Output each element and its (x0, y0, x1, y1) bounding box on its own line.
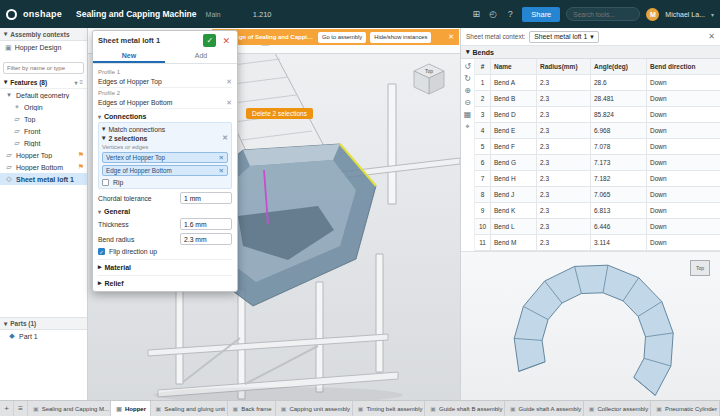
material-section[interactable]: ▸ Material (98, 259, 232, 271)
flat-view-cube[interactable]: Top (690, 260, 710, 276)
bend-row-bend-h[interactable]: 7Bend H2.37.182Down (475, 171, 720, 187)
feature-item-sheet-metal-loft-1[interactable]: ◇Sheet metal loft 1 (0, 173, 87, 185)
feature-item-default-geometry[interactable]: ▾Default geometry (0, 89, 87, 101)
general-section[interactable]: ▾ General (98, 208, 232, 215)
zoom-in-icon[interactable]: ⊕ (464, 86, 471, 95)
onshape-wordmark[interactable]: onshape (23, 9, 62, 19)
tab-sealing-and-capping-m[interactable]: ▣Sealing and Capping M... (28, 401, 111, 416)
list-icon[interactable]: ≡ (79, 79, 83, 86)
bend-row-bend-g[interactable]: 6Bend G2.37.173Down (475, 155, 720, 171)
bend-cell: Down (647, 219, 720, 234)
bend-row-bend-d[interactable]: 3Bend D2.385.824Down (475, 107, 720, 123)
tab-collector-assembly[interactable]: ▣Collector assembly (584, 401, 651, 416)
flat-pattern-drawing[interactable] (509, 256, 689, 400)
avatar[interactable]: M (646, 8, 659, 21)
assembly-contexts-header[interactable]: ▾ Assembly contexts (0, 28, 87, 41)
tab-guide-shaft-a-assembly[interactable]: ▣Guide shaft A assembly (505, 401, 584, 416)
parts-header[interactable]: ▾ Parts (1) (0, 317, 87, 330)
bend-row-bend-m[interactable]: 11Bend M2.33.114Down (475, 235, 720, 251)
feature-item-origin[interactable]: ⌖Origin (0, 101, 87, 113)
rip-checkbox[interactable] (102, 179, 109, 186)
bend-row-bend-l[interactable]: 10Bend L2.36.446Down (475, 219, 720, 235)
match-connections-row[interactable]: ▾ Match connections (102, 125, 228, 133)
search-input[interactable] (566, 7, 640, 21)
feature-item-hopper-top[interactable]: ▱Hopper Top⚑ (0, 149, 87, 161)
flip-direction-row[interactable]: ✓ Flip direction up (98, 248, 232, 255)
banner-close-icon[interactable]: ✕ (448, 33, 454, 41)
filter-input[interactable] (3, 62, 84, 74)
vertices-label: Vertices or edges (102, 144, 228, 150)
onshape-logo-icon[interactable] (6, 9, 17, 20)
relief-section[interactable]: ▸ Relief (98, 275, 232, 287)
bends-section-header[interactable]: ▾ Bends (461, 46, 720, 59)
bend-radius-input[interactable] (180, 233, 232, 245)
tab-new[interactable]: New (93, 50, 165, 63)
bend-row-bend-k[interactable]: 9Bend K2.36.813Down (475, 203, 720, 219)
user-name[interactable]: Michael La... (665, 11, 705, 18)
grid-icon[interactable]: ▦ (464, 110, 472, 119)
confirm-icon[interactable]: ✓ (203, 34, 216, 47)
feature-item-hopper-bottom[interactable]: ▱Hopper Bottom⚑ (0, 161, 87, 173)
tab-timing-belt-assembly[interactable]: ▣Timing belt assembly (353, 401, 426, 416)
rotate-right-icon[interactable]: ↻ (464, 74, 471, 83)
bend-row-bend-b[interactable]: 2Bend B2.328.481Down (475, 91, 720, 107)
tab-guide-shaft-b-assembly[interactable]: ▣Guide shaft B assembly (425, 401, 505, 416)
remove-icon[interactable]: ✕ (226, 99, 232, 107)
filter-icon[interactable]: ▾ (74, 79, 77, 86)
selection-chip[interactable]: Edge of Hopper Bottom ✕ (102, 165, 228, 176)
context-select[interactable]: Sheet metal loft 1 ▾ (529, 31, 598, 43)
flip-direction-checkbox[interactable]: ✓ (98, 248, 105, 255)
share-button[interactable]: Share (522, 7, 560, 22)
part-item-part-1[interactable]: ◆Part 1 (0, 330, 87, 342)
tab-add[interactable]: Add (165, 50, 237, 63)
rotate-left-icon[interactable]: ↺ (464, 62, 471, 71)
version-label[interactable]: 1.210 (253, 10, 272, 19)
top-bar: onshape Sealing and Capping Machine Main… (0, 0, 720, 28)
workspace-name[interactable]: Main (206, 11, 221, 18)
tab-capping-unit-assembly[interactable]: ▣Capping unit assembly (276, 401, 353, 416)
notifications-icon[interactable]: ◴ (487, 9, 499, 19)
help-icon[interactable]: ? (504, 9, 516, 19)
thickness-input[interactable] (180, 218, 232, 230)
chevron-down-icon[interactable]: ▾ (711, 11, 714, 18)
tab-icon: ▣ (156, 405, 162, 412)
feature-item-top[interactable]: ▱Top (0, 113, 87, 125)
bend-row-bend-f[interactable]: 5Bend F2.37.078Down (475, 139, 720, 155)
connections-section[interactable]: ▾ Connections (98, 113, 232, 120)
flat-pattern-band[interactable] (514, 265, 673, 395)
tab-pneumatic-cylinder[interactable]: ▣Pneumatic Cylinder (651, 401, 720, 416)
remove-icon[interactable]: ✕ (219, 167, 224, 175)
selection-chip[interactable]: Vertex of Hopper Top ✕ (102, 152, 228, 163)
go-to-assembly-button[interactable]: Go to assembly (318, 32, 366, 43)
zoom-out-icon[interactable]: ⊖ (464, 98, 471, 107)
chordal-tolerance-input[interactable] (180, 192, 232, 204)
apps-icon[interactable]: ⊞ (470, 9, 482, 19)
remove-icon[interactable]: ✕ (219, 154, 224, 162)
selection-count-row[interactable]: ▾ 2 selections ✕ (102, 134, 228, 142)
tab-sealing-and-gluing-unit[interactable]: ▣Sealing and gluing unit (151, 401, 228, 416)
profile2-selection[interactable]: Edges of Hopper Bottom ✕ (98, 97, 232, 109)
flat-pattern-view[interactable]: Top (461, 251, 720, 400)
bend-cell: 6.968 (591, 123, 647, 138)
tab-list-button[interactable]: ≡ (14, 401, 28, 416)
cancel-icon[interactable]: ✕ (220, 36, 232, 46)
feature-item-front[interactable]: ▱Front (0, 125, 87, 137)
hide-show-instances-button[interactable]: Hide/show instances (370, 32, 431, 43)
view-cube[interactable]: Top (406, 60, 452, 100)
bend-row-bend-j[interactable]: 8Bend J2.37.065Down (475, 187, 720, 203)
tab-hopper[interactable]: ▣Hopper (111, 401, 150, 416)
assembly-context-item[interactable]: ▣ Hopper Design (0, 41, 87, 54)
profile1-selection[interactable]: Edges of Hopper Top ✕ (98, 76, 232, 88)
center-icon[interactable]: ⌖ (465, 122, 470, 132)
remove-icon[interactable]: ✕ (222, 134, 228, 142)
bend-row-bend-e[interactable]: 4Bend E2.36.968Down (475, 123, 720, 139)
tab-back-frame[interactable]: ▣Back frame (228, 401, 276, 416)
panel-close-icon[interactable]: ✕ (708, 32, 715, 41)
features-header[interactable]: ▾ Features (8) ▾ ≡ (0, 76, 87, 89)
remove-icon[interactable]: ✕ (226, 78, 232, 86)
bend-row-bend-a[interactable]: 1Bend A2.328.6Down (475, 75, 720, 91)
rip-row[interactable]: Rip (102, 179, 228, 186)
feature-item-right[interactable]: ▱Right (0, 137, 87, 149)
new-tab-button[interactable]: + (0, 401, 14, 416)
dialog-header[interactable]: Sheet metal loft 1 ✓ ✕ (93, 31, 237, 50)
